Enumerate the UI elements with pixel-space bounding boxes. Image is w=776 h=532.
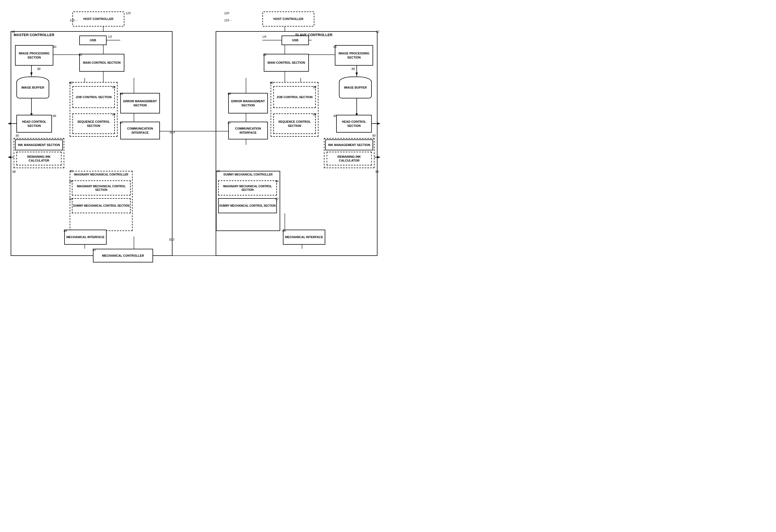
sl3-label: SL3 (169, 238, 174, 241)
ref-94-left: 94 (112, 113, 115, 116)
remaining-ink-left: REMAINING-INK CALCULATOR (16, 152, 61, 165)
sequence-control-right-label: SEQUENCE CONTROL SECTION (274, 120, 315, 128)
ref-95: 95 (217, 170, 220, 173)
connection-lines (0, 0, 388, 266)
ref-96-left: 96 (69, 180, 72, 183)
head-control-right-label: HEAD CONTROL SECTION (337, 120, 371, 128)
remaining-ink-left-label: REMAINING-INK CALCULATOR (17, 155, 61, 163)
error-management-left: ERROR MANAGEMENT SECTION (120, 93, 160, 114)
job-control-right: JOB CONTROL SECTION (273, 86, 316, 108)
dummy-control-right-label: DUMMY MECHANICAL CONTROL SECTION (219, 204, 276, 207)
mechanical-controller-label: MECHANICAL CONTROLLER (102, 254, 144, 257)
u4-label: U4 (262, 35, 266, 38)
ref-97-left: 97 (69, 197, 72, 201)
svg-marker-21 (8, 156, 11, 158)
mechanical-interface-left: MECHANICAL INTERFACE (64, 230, 107, 245)
image-processing-left-label: IMAGE PROCESSING SECTION (16, 51, 53, 59)
sequence-control-left-label: SEQUENCE CONTROL SECTION (73, 120, 114, 128)
ref-87-right: 87 (228, 121, 231, 124)
comm-interface-right-label: COMMUNICATION INTERFACE (229, 127, 267, 135)
error-management-right-label: ERROR MANAGEMENT SECTION (229, 99, 267, 107)
image-processing-right: IMAGE PROCESSING SECTION (335, 45, 373, 65)
ref-120-left-num: 120 (126, 11, 131, 15)
ref-84-left: 84 (64, 229, 67, 232)
ref-88-left: 88 (37, 67, 40, 70)
ref-87-left: 87 (120, 121, 123, 124)
ref-90-left: 90 (16, 134, 19, 137)
job-control-left: JOB CONTROL SECTION (72, 86, 115, 108)
dummy-control-right: DUMMY MECHANICAL CONTROL SECTION (218, 198, 277, 213)
host-controller-right-label: HOST CONTROLLER (273, 17, 304, 21)
error-management-left-label: ERROR MANAGEMENT SECTION (121, 99, 159, 107)
remaining-ink-right-label: REMAINING-INK CALCULATOR (327, 155, 371, 163)
main-control-left-label: MAIN CONTROL SECTION (83, 61, 121, 64)
job-control-right-label: JOB CONTROL SECTION (276, 95, 313, 99)
svg-marker-35 (377, 156, 380, 158)
dummy-controller-right-label: DUMMY MECHANICAL CONTROLLER (219, 173, 277, 176)
head-control-right: HEAD CONTROL SECTION (336, 115, 372, 133)
host-controller-right: HOST CONTROLLER (262, 11, 314, 26)
ref-90-right: 90 (372, 134, 376, 137)
image-buffer-left-label: IMAGE BUFFER (21, 85, 44, 90)
ref-93-right: 93 (313, 85, 316, 89)
sequence-control-left: SEQUENCE CONTROL SECTION (72, 114, 115, 134)
head-control-left: HEAD CONTROL SECTION (16, 115, 52, 133)
image-buffer-right-label: IMAGE BUFFER (344, 85, 367, 90)
ink-management-right: INK MANAGEMENT SECTION (325, 139, 373, 150)
ref-125-right-dashed: 125 ··· (224, 19, 233, 22)
usb-right: USB (281, 35, 309, 45)
ref-89-left: 89 (53, 114, 56, 118)
main-control-right-label: MAIN CONTROL SECTION (267, 61, 305, 64)
ref-94-right: 94 (313, 113, 316, 116)
main-diagram: 120 125 HOST CONTROLLER 120 125 ··· HOST… (0, 0, 388, 266)
error-management-right: ERROR MANAGEMENT SECTION (228, 93, 268, 114)
ref-81-right: 81 (334, 45, 337, 48)
imaginary-control-section-right-label: IMAGINARY MECHANICAL CONTROL SECTION (219, 185, 276, 192)
ref-82-left: 82 (79, 53, 82, 56)
image-processing-left: IMAGE PROCESSING SECTION (15, 45, 53, 65)
ref-43: 43 (92, 248, 96, 251)
ref-42: 42 (376, 30, 379, 33)
main-control-left: MAIN CONTROL SECTION (79, 54, 124, 71)
ref-86-right: 86 (228, 92, 231, 96)
ref-120-right-num: 120 (224, 11, 229, 15)
svg-marker-32 (377, 123, 380, 125)
ref-41: 41 (12, 30, 15, 33)
usb-left-label: USB (90, 38, 96, 42)
ref-86-left: 86 (120, 92, 123, 96)
svg-marker-17 (8, 123, 11, 125)
mechanical-controller: MECHANICAL CONTROLLER (93, 249, 153, 262)
ref-81-left: 81 (53, 45, 56, 48)
sl4-label: SL4 (170, 131, 175, 134)
imaginary-control-section-left: IMAGINARY MECHANICAL CONTROL SECTION (72, 180, 131, 195)
ref-98-left: 98 (12, 170, 16, 173)
main-control-right: MAIN CONTROL SECTION (264, 54, 309, 71)
usb-right-label: USB (292, 38, 298, 42)
mechanical-interface-right: MECHANICAL INTERFACE (283, 230, 325, 245)
ref-84-right: 84 (282, 229, 285, 232)
ref-85: 85 (70, 170, 73, 173)
svg-marker-52 (356, 72, 358, 76)
host-controller-left-label: HOST CONTROLLER (83, 17, 114, 21)
image-buffer-right: IMAGE BUFFER (339, 76, 372, 99)
ref-98-right: 98 (375, 170, 379, 173)
ink-management-left: INK MANAGEMENT SECTION (15, 139, 63, 150)
u3-label: U3 (108, 35, 112, 38)
ink-management-left-label: INK MANAGEMENT SECTION (18, 143, 60, 147)
mechanical-interface-right-label: MECHANICAL INTERFACE (285, 235, 323, 239)
ref-89-right: 89 (334, 114, 337, 118)
imaginary-control-section-left-label: IMAGINARY MECHANICAL CONTROL SECTION (72, 185, 130, 192)
comm-interface-right: COMMUNICATION INTERFACE (228, 122, 268, 139)
imaginary-control-section-right: IMAGINARY MECHANICAL CONTROL SECTION (218, 180, 277, 195)
ref-97-right: 97 (275, 197, 278, 201)
mechanical-interface-left-label: MECHANICAL INTERFACE (66, 235, 105, 239)
usb-left: USB (79, 35, 107, 45)
ref-93-left: 93 (112, 85, 115, 89)
host-controller-left: HOST CONTROLLER (72, 11, 124, 26)
image-processing-right-label: IMAGE PROCESSING SECTION (335, 51, 373, 59)
comm-interface-left: COMMUNICATION INTERFACE (120, 122, 160, 139)
dummy-control-left: DUMMY MECHANICAL CONTROL SECTION (72, 198, 131, 213)
remaining-ink-right: REMAINING-INK CALCULATOR (327, 152, 372, 165)
ref-82-right: 82 (263, 53, 266, 56)
ref-125-left-dashed: 125 ··· (70, 19, 78, 22)
